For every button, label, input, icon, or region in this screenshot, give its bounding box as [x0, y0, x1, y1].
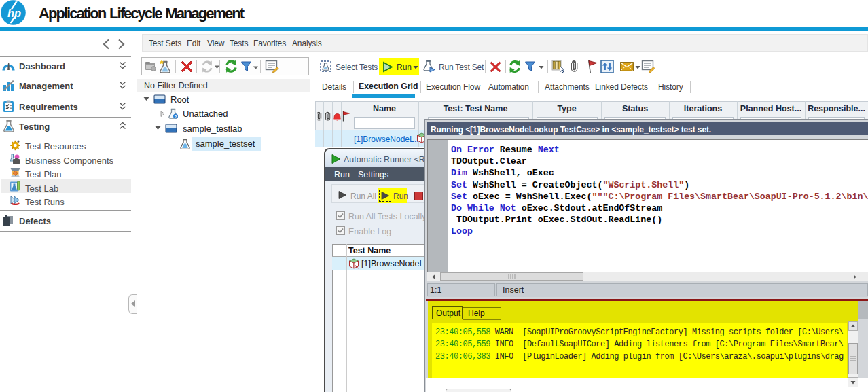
svg-text:hp: hp: [7, 7, 21, 19]
